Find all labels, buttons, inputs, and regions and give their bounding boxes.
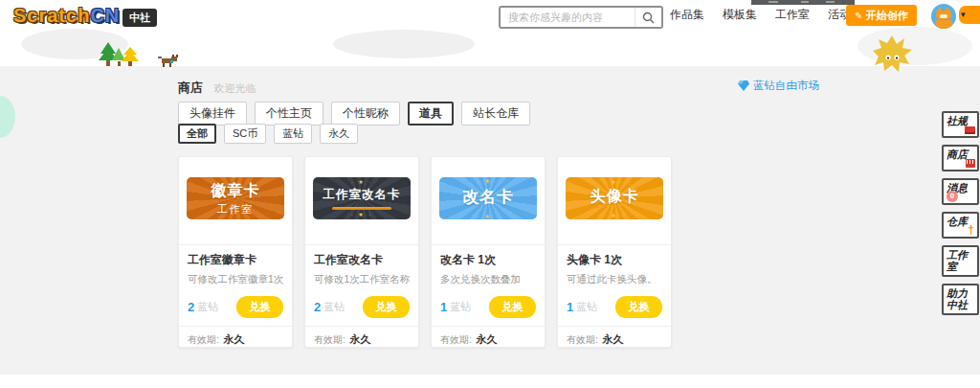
filter-sc-coin[interactable]: SC币 bbox=[224, 124, 266, 144]
chevron-down-icon[interactable]: ▾ bbox=[961, 10, 966, 19]
filter-permanent[interactable]: 永久 bbox=[320, 124, 358, 144]
price-row: 1 蓝钻 兑换 bbox=[432, 296, 545, 318]
sidebar-item-support[interactable]: 助力中社 bbox=[942, 284, 979, 315]
product-card: 工作室改名卡 工作室改名卡 可修改1次工作室名称 2 蓝钻 兑换 有效期: 永久 bbox=[304, 156, 419, 348]
stars-decoration bbox=[225, 177, 247, 179]
search-input[interactable] bbox=[501, 11, 635, 23]
stars-decoration bbox=[604, 179, 626, 185]
search-button[interactable] bbox=[635, 8, 661, 27]
key-icon bbox=[968, 224, 974, 236]
category-tabs: 头像挂件 个性主页 个性昵称 道具 站长仓库 bbox=[178, 102, 530, 126]
sidebar-item-warehouse[interactable]: 仓库 bbox=[942, 212, 979, 239]
price-row: 1 蓝钻 兑换 bbox=[558, 296, 671, 318]
dog-decoration bbox=[158, 55, 181, 67]
validity-row: 有效期: 永久 bbox=[305, 326, 418, 347]
sidebar-item-shop[interactable]: 商店 bbox=[942, 145, 979, 171]
validity-label: 有效期: bbox=[314, 334, 345, 345]
validity-value: 永久 bbox=[603, 333, 624, 345]
main-content: 商店 欢迎光临 蓝钻自由市场 头像挂件 个性主页 个性昵称 道具 站长仓库 全部… bbox=[0, 66, 980, 375]
validity-label: 有效期: bbox=[440, 334, 472, 345]
validity-row: 有效期: 永久 bbox=[558, 326, 671, 347]
market-link-label: 蓝钻自由市场 bbox=[753, 79, 819, 93]
cloud-decoration bbox=[333, 30, 475, 58]
footer-strip bbox=[0, 375, 980, 388]
tv-icon bbox=[965, 126, 975, 134]
filter-all[interactable]: 全部 bbox=[178, 124, 216, 144]
logo-text-cn: CN bbox=[90, 5, 120, 26]
product-image[interactable]: 徽章卡 工作室 bbox=[187, 177, 284, 219]
price-row: 2 蓝钻 兑换 bbox=[179, 296, 292, 318]
price-value: 1 bbox=[440, 300, 447, 314]
start-creating-button[interactable]: ✎ 开始创作 bbox=[846, 5, 917, 26]
nav-item-templates[interactable]: 模板集 bbox=[723, 7, 757, 23]
message-count-badge: 0 bbox=[947, 191, 958, 202]
top-navigation: 作品集 模板集 工作室 活动 bbox=[670, 4, 851, 25]
price-value: 2 bbox=[314, 300, 321, 314]
cat-muzzle bbox=[940, 14, 947, 18]
product-image-title: 徽章卡 bbox=[212, 181, 260, 201]
tab-profile-page[interactable]: 个性主页 bbox=[255, 102, 323, 126]
product-description: 多次兑换次数叠加 bbox=[440, 273, 536, 286]
product-image-subtitle: 工作室 bbox=[217, 202, 255, 217]
price-value: 2 bbox=[188, 300, 194, 314]
sidebar-item-label: 工作室 bbox=[947, 249, 968, 272]
diamond-icon bbox=[738, 80, 749, 91]
sidebar-item-label: 助力中社 bbox=[947, 287, 968, 310]
product-info: 工作室改名卡 可修改1次工作室名称 bbox=[305, 244, 418, 286]
price-currency: 蓝钻 bbox=[450, 300, 471, 314]
sidebar-item-label: 商店 bbox=[947, 148, 968, 160]
dropdown-sliver-decoration bbox=[751, 0, 855, 5]
redeem-button[interactable]: 兑换 bbox=[363, 296, 410, 318]
search-icon bbox=[642, 11, 655, 24]
tab-nickname[interactable]: 个性昵称 bbox=[331, 102, 400, 126]
nav-item-studios[interactable]: 工作室 bbox=[775, 7, 810, 23]
sidebar-item-messages[interactable]: 消息 0 bbox=[942, 178, 979, 205]
ribbon-decoration bbox=[332, 207, 391, 210]
product-image[interactable]: 改名卡 bbox=[439, 177, 537, 219]
price-currency: 蓝钻 bbox=[323, 300, 345, 314]
product-image[interactable]: 工作室改名卡 bbox=[313, 177, 411, 219]
tab-avatar-pendant[interactable]: 头像挂件 bbox=[178, 102, 247, 126]
product-image-title: 工作室改名卡 bbox=[323, 187, 401, 203]
product-image[interactable]: 头像卡 bbox=[566, 177, 663, 219]
sidebar-item-rules[interactable]: 社规 bbox=[942, 111, 979, 138]
page-subtitle: 欢迎光临 bbox=[213, 82, 256, 94]
user-avatar[interactable] bbox=[931, 4, 956, 29]
stars-decoration bbox=[604, 213, 626, 218]
sidebar-item-studio[interactable]: 工作室 bbox=[942, 245, 979, 277]
redeem-button[interactable]: 兑换 bbox=[615, 296, 662, 318]
nav-item-portfolio[interactable]: 作品集 bbox=[670, 7, 704, 23]
redeem-button[interactable]: 兑换 bbox=[489, 296, 536, 318]
pencil-icon: ✎ bbox=[855, 11, 862, 21]
tab-props[interactable]: 道具 bbox=[408, 102, 454, 126]
product-grid: 徽章卡 工作室 工作室徽章卡 可修改工作室徽章1次 2 蓝钻 兑换 有效期: 永… bbox=[178, 156, 672, 348]
top-header: ScratchCN 中社 bbox=[0, 0, 980, 66]
search-box bbox=[499, 6, 663, 29]
start-creating-label: 开始创作 bbox=[866, 9, 908, 23]
product-title: 改名卡 1次 bbox=[440, 252, 536, 268]
price-row: 2 蓝钻 兑换 bbox=[305, 296, 418, 318]
logo-badge: 中社 bbox=[122, 9, 157, 27]
tab-admin-warehouse[interactable]: 站长仓库 bbox=[461, 102, 530, 126]
product-info: 工作室徽章卡 可修改工作室徽章1次 bbox=[179, 244, 292, 286]
product-image-title: 改名卡 bbox=[462, 186, 514, 208]
product-title: 工作室徽章卡 bbox=[188, 252, 283, 268]
sidebar-item-label: 社规 bbox=[947, 115, 968, 126]
site-logo[interactable]: ScratchCN bbox=[13, 5, 120, 27]
blue-diamond-market-link[interactable]: 蓝钻自由市场 bbox=[738, 79, 819, 93]
filter-blue-diamond[interactable]: 蓝钻 bbox=[274, 124, 312, 144]
page: ScratchCN 中社 bbox=[0, 0, 980, 388]
floating-widget[interactable] bbox=[0, 96, 15, 138]
validity-row: 有效期: 永久 bbox=[432, 326, 545, 347]
product-info: 改名卡 1次 多次兑换次数叠加 bbox=[432, 244, 545, 286]
price-value: 1 bbox=[567, 300, 573, 314]
product-card: 改名卡 改名卡 1次 多次兑换次数叠加 1 蓝钻 兑换 有效期: 永久 bbox=[431, 156, 546, 348]
logo-text-scratch: Scratch bbox=[13, 5, 90, 26]
product-description: 可修改1次工作室名称 bbox=[314, 273, 410, 286]
redeem-button[interactable]: 兑换 bbox=[236, 296, 283, 318]
stars-decoration bbox=[351, 179, 373, 185]
validity-row: 有效期: 永久 bbox=[179, 326, 292, 347]
validity-label: 有效期: bbox=[567, 334, 598, 345]
price-currency: 蓝钻 bbox=[197, 300, 218, 314]
validity-value: 永久 bbox=[477, 333, 498, 345]
